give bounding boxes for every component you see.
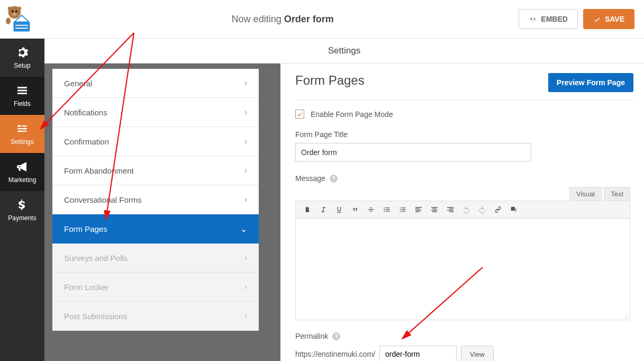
undo-button[interactable] [459, 203, 474, 216]
chevron-right-icon: › [244, 253, 247, 263]
editing-prefix: Now editing [232, 14, 282, 24]
settings-item-label: Notifications [64, 108, 107, 117]
check-icon [296, 111, 303, 118]
settings-item-conversational-forms[interactable]: Conversational Forms› [52, 185, 259, 214]
settings-item-post-submissions: Post Submissions› [52, 302, 259, 331]
ol-button[interactable] [395, 203, 410, 216]
svg-point-11 [23, 128, 25, 130]
enable-form-page-row[interactable]: Enable Form Page Mode [295, 110, 633, 119]
embed-button[interactable]: EMBED [519, 9, 578, 29]
gear-icon [16, 46, 29, 59]
settings-item-label: General [64, 79, 92, 88]
svg-point-14 [384, 209, 385, 210]
permalink-slug-input[interactable] [379, 346, 457, 361]
svg-point-4 [12, 10, 14, 12]
icon-sidebar: Setup Fields Settings Marketing Payments [0, 39, 44, 361]
settings-item-label: Form Locker [64, 283, 108, 292]
permalink-label: Permalink ? [295, 332, 633, 340]
italic-button[interactable] [316, 203, 331, 216]
bullhorn-icon [16, 160, 29, 173]
message-editor[interactable] [295, 219, 630, 320]
save-button[interactable]: SAVE [583, 9, 634, 29]
view-permalink-button[interactable]: View [461, 346, 494, 361]
resize-grip-icon[interactable] [623, 313, 629, 319]
message-label: Message ? [295, 174, 633, 183]
top-bar: Now editing Order form EMBED SAVE [0, 0, 644, 39]
svg-point-13 [384, 207, 385, 209]
shortcode-button[interactable] [506, 203, 521, 216]
settings-item-label: Conversational Forms [64, 195, 142, 204]
settings-item-label: Form Abandonment [64, 166, 134, 175]
chevron-right-icon: › [244, 78, 247, 88]
settings-item-form-abandonment[interactable]: Form Abandonment› [52, 156, 259, 185]
svg-point-8 [17, 6, 21, 10]
settings-item-label: Surveys and Polls [64, 254, 128, 263]
editor-tab-text[interactable]: Text [604, 187, 630, 201]
chevron-right-icon: › [244, 137, 247, 146]
content-header: Form Pages Preview Form Page [295, 73, 633, 100]
chevron-right-icon: › [244, 107, 247, 117]
sidebar-item-fields[interactable]: Fields [0, 77, 44, 115]
align-left-button[interactable] [411, 203, 426, 216]
svg-rect-1 [15, 25, 28, 26]
strike-button[interactable] [364, 203, 378, 216]
sliders-icon [16, 122, 29, 135]
help-icon[interactable]: ? [332, 332, 340, 340]
sidebar-item-settings[interactable]: Settings [0, 115, 44, 153]
editor-toolbar [295, 201, 630, 219]
sidebar-item-setup[interactable]: Setup [0, 39, 44, 77]
settings-accordion: General›Notifications›Confirmation›Form … [52, 69, 259, 331]
enable-form-page-checkbox[interactable] [295, 110, 304, 119]
editor-tab-visual[interactable]: Visual [569, 187, 602, 201]
settings-item-surveys-and-polls: Surveys and Polls› [52, 243, 259, 273]
page-title: Now editing Order form [47, 14, 519, 25]
underline-button[interactable] [332, 203, 347, 216]
align-center-button[interactable] [427, 203, 442, 216]
settings-item-form-pages[interactable]: Form Pages⌄ [52, 214, 259, 243]
form-page-title-label: Form Page Title [295, 130, 633, 139]
ul-button[interactable] [379, 203, 394, 216]
form-page-title-input[interactable] [295, 143, 531, 161]
link-button[interactable] [491, 203, 505, 216]
svg-point-5 [15, 10, 17, 12]
redo-button[interactable] [475, 203, 489, 216]
editor-tabs: Visual Text [295, 187, 630, 201]
sidebar-item-marketing[interactable]: Marketing [0, 153, 44, 191]
sidebar-item-payments[interactable]: Payments [0, 191, 44, 229]
wpforms-logo-icon [6, 4, 37, 34]
settings-item-label: Form Pages [64, 224, 107, 233]
help-icon[interactable]: ? [330, 175, 338, 183]
enable-form-page-label: Enable Form Page Mode [311, 110, 393, 119]
settings-item-notifications[interactable]: Notifications› [52, 98, 259, 127]
settings-item-label: Post Submissions [64, 312, 127, 321]
dollar-icon [16, 198, 29, 211]
permalink-prefix: https://enstinemuki.com/ [295, 350, 375, 358]
preview-form-page-button[interactable]: Preview Form Page [548, 73, 633, 92]
chevron-right-icon: › [244, 311, 247, 321]
settings-item-general[interactable]: General› [52, 69, 259, 98]
svg-point-6 [13, 13, 16, 15]
top-buttons: EMBED SAVE [519, 9, 634, 29]
svg-point-7 [8, 6, 12, 10]
permalink-section: Permalink ? https://enstinemuki.com/ Vie… [295, 332, 633, 361]
app-logo [2, 4, 40, 34]
editing-formname: Order form [284, 14, 334, 24]
form-pages-heading: Form Pages [295, 73, 365, 88]
list-icon [16, 84, 29, 97]
settings-panel: General›Notifications›Confirmation›Form … [44, 64, 280, 361]
check-icon [593, 15, 601, 23]
chevron-right-icon: › [244, 195, 247, 204]
svg-point-12 [19, 130, 21, 132]
svg-point-10 [19, 125, 21, 127]
code-icon [529, 15, 537, 23]
quote-button[interactable] [348, 203, 362, 216]
settings-item-confirmation[interactable]: Confirmation› [52, 127, 259, 156]
settings-item-form-locker: Form Locker› [52, 273, 259, 302]
settings-title-bar: Settings [44, 39, 644, 64]
align-right-button[interactable] [443, 203, 458, 216]
settings-item-label: Confirmation [64, 137, 109, 146]
bold-button[interactable] [300, 203, 315, 216]
chevron-right-icon: › [244, 166, 247, 175]
svg-rect-0 [14, 22, 30, 31]
svg-rect-2 [15, 28, 28, 29]
